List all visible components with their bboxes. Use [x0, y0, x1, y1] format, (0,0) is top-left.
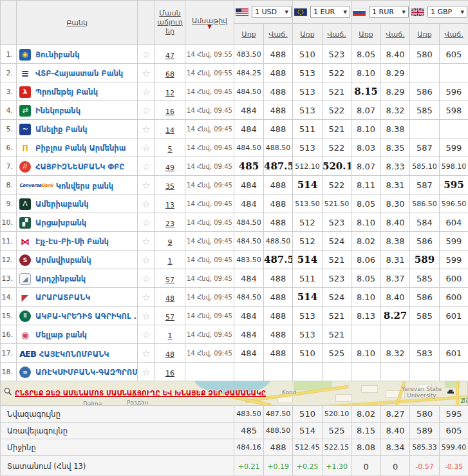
summary-row: Առավելագույնը485488.505145258.158.405896… [1, 423, 468, 439]
branches-count-link[interactable]: 12 [165, 89, 174, 97]
rate-value: 512.10 [293, 157, 323, 176]
row-number: 3. [1, 82, 17, 101]
bank-cell: ◉Մելլաթ բանկ [17, 325, 138, 344]
rate-value: 8.03 [351, 138, 381, 157]
branches-count-link[interactable]: 57 [165, 313, 174, 321]
bank-link[interactable]: ՎՏԲ-Հայաստան Բանկ [35, 69, 123, 78]
summary-value: 595 [440, 406, 468, 423]
bank-column-header[interactable]: Բանկ [17, 1, 138, 45]
branches-cell: 23 [155, 213, 185, 232]
bank-link[interactable]: ՀԱՅԲԻԶՆԵՍԲԱՆԿ ՓԲԸ [35, 162, 125, 171]
favorite-star-icon[interactable]: ☆ [142, 86, 150, 98]
favorite-star-icon[interactable]: ☆ [142, 142, 150, 154]
favorite-star-icon[interactable]: ☆ [142, 236, 150, 247]
gbp-sell-header[interactable]: Վաճ. [440, 24, 468, 45]
bank-link[interactable]: Ամերիաբանկ [35, 200, 89, 209]
rate-value: 8.38 [381, 120, 410, 138]
summary-value: 514 [293, 423, 323, 439]
acba-logo: Ⅲ [19, 310, 31, 322]
rur-buy-header[interactable]: Առք [351, 24, 381, 45]
favorite-star-icon[interactable]: ☆ [142, 68, 150, 79]
favorite-star-icon[interactable]: ☆ [142, 105, 150, 117]
branches-count-link[interactable]: 13 [165, 201, 174, 209]
rate-value [440, 325, 468, 344]
summary-value: +1.30 [323, 456, 351, 476]
branches-count-link[interactable]: 47 [165, 52, 174, 60]
bank-link[interactable]: Ինեկոբանկ [35, 106, 80, 115]
favorite-star-icon[interactable]: ☆ [142, 124, 150, 135]
usd-buy-header[interactable]: Առք [234, 24, 264, 45]
bank-link[interactable]: ԱՌԷԿՍԻՄԲԱՆԿ-ԳԱԶՊՐՈՄԲ.. [35, 368, 138, 377]
rate-value: 488 [264, 325, 293, 344]
rate-value: 584 [410, 213, 440, 232]
branches-count-link[interactable]: 9 [168, 238, 173, 247]
rur-sell-header[interactable]: Վաճ. [381, 24, 410, 45]
favorite-star-icon[interactable]: ☆ [142, 254, 150, 266]
favorite-star-icon[interactable]: ☆ [142, 348, 150, 359]
branches-count-link[interactable]: 48 [165, 350, 174, 359]
favorite-star-icon[interactable]: ☆ [142, 49, 150, 61]
ararat-logo: ◤ [19, 292, 31, 303]
bank-link[interactable]: Բիբլոս Բանկ Արմենիա [35, 144, 126, 153]
bank-link[interactable]: ԱԿԲԱ-ԿՐԵԴԻՏ ԱԳՐԻԿՈԼ .. [35, 312, 138, 321]
rate-value: 8.02 [351, 232, 381, 251]
nearest-branch-banner[interactable]: ԸՆՏՐԵՔ ՁԵԶ ԱՄԵՆԱՄՈՏ ՄԱՍՆԱՃՅՈՒՂԸ ԵՎ ԽՆԱՅԵ… [3, 386, 266, 399]
branches-count-link[interactable]: 5 [168, 145, 173, 153]
rur-currency-select[interactable]: 1 RUR▼ [369, 6, 409, 18]
rate-value: 8.13 [351, 307, 381, 325]
eur-currency-select[interactable]: 1 EUR▼ [310, 6, 350, 18]
summary-value: 605 [440, 423, 468, 439]
branches-count-link[interactable]: 48 [165, 294, 174, 303]
favorite-star-icon[interactable]: ☆ [142, 273, 150, 285]
branches-count-link[interactable]: 49 [165, 164, 174, 172]
rate-value: 8.31 [381, 176, 410, 195]
usd-currency-select[interactable]: 1 USD▼ [252, 6, 292, 18]
favorite-star-icon[interactable]: ☆ [142, 198, 150, 210]
bank-link[interactable]: Մելլաթ բանկ [35, 330, 87, 339]
favorite-star-icon[interactable]: ☆ [142, 217, 150, 229]
branches-count-link[interactable]: 68 [165, 70, 174, 79]
eur-sell-header[interactable]: Վաճ. [323, 24, 351, 45]
favorite-star-icon[interactable]: ☆ [142, 367, 150, 378]
rate-value: 483.50 [234, 45, 264, 64]
row-number: 18. [1, 363, 17, 381]
eur-buy-header[interactable]: Առք [293, 24, 323, 45]
rate-value: 8.07 [351, 101, 381, 120]
bank-link[interactable]: Արդշինբանկ [35, 274, 86, 283]
branch-map-strip[interactable]: Kond Раздан Dalma Yerevan State Universi… [0, 381, 468, 405]
gbp-currency-select[interactable]: 1 GBP▼ [427, 6, 467, 18]
rate-value: 488 [264, 101, 293, 120]
bank-link[interactable]: Կոնվերս բանկ [56, 181, 113, 190]
rate-value [410, 363, 440, 381]
favorite-star-icon[interactable]: ☆ [142, 180, 150, 191]
date-column-header[interactable]: Ամսաթիվ ▼ [185, 1, 234, 45]
favorite-star-icon[interactable]: ☆ [142, 292, 150, 303]
branches-column-header[interactable]: Մասնաճյուղեր [155, 1, 185, 45]
favorite-star-icon[interactable]: ☆ [142, 329, 150, 341]
nearest-branch-link[interactable]: ԸՆՏՐԵՔ ՁԵԶ ԱՄԵՆԱՄՈՏ ՄԱՍՆԱՃՅՈՒՂԸ ԵՎ ԽՆԱՅԵ… [15, 389, 266, 397]
bank-link[interactable]: Արցախբանկ [35, 218, 86, 227]
branches-count-link[interactable]: 35 [165, 182, 174, 191]
branches-count-link[interactable]: 16 [165, 369, 174, 377]
bank-link[interactable]: Յունիբանկ [35, 50, 80, 59]
usd-sell-header[interactable]: Վաճ. [264, 24, 293, 45]
branches-count-link[interactable]: 23 [165, 220, 174, 228]
branches-count-link[interactable]: 1 [168, 257, 173, 265]
branches-count-link[interactable]: 57 [165, 276, 174, 284]
branches-count-link[interactable]: 14 [165, 126, 174, 135]
branches-count-link[interactable]: 16 [165, 108, 174, 116]
favorite-star-icon[interactable]: ☆ [142, 161, 150, 173]
row-number: 11. [1, 232, 17, 251]
bank-link[interactable]: Արմսվիսբանկ [35, 256, 91, 265]
favorite-star-icon[interactable]: ☆ [142, 310, 150, 322]
bank-link[interactable]: Պրոմեթեյ Բանկ [35, 88, 98, 97]
bank-link[interactable]: ԱՐԱՐԱՏԲԱՆԿ [35, 293, 91, 302]
rate-value: 523 [323, 45, 351, 64]
rate-value [410, 325, 440, 344]
branches-count-link[interactable]: 1 [168, 332, 173, 340]
rate-value: 485 [234, 157, 264, 176]
bank-link[interactable]: ՀԱՅԷԿՈՆՈՄԲԱՆԿ [39, 349, 109, 358]
bank-link[interactable]: Էյչ-Էս-Բի-Սի Բանկ [35, 237, 109, 246]
bank-link[interactable]: Անելիք Բանկ [35, 125, 87, 134]
gbp-buy-header[interactable]: Առք [410, 24, 440, 45]
